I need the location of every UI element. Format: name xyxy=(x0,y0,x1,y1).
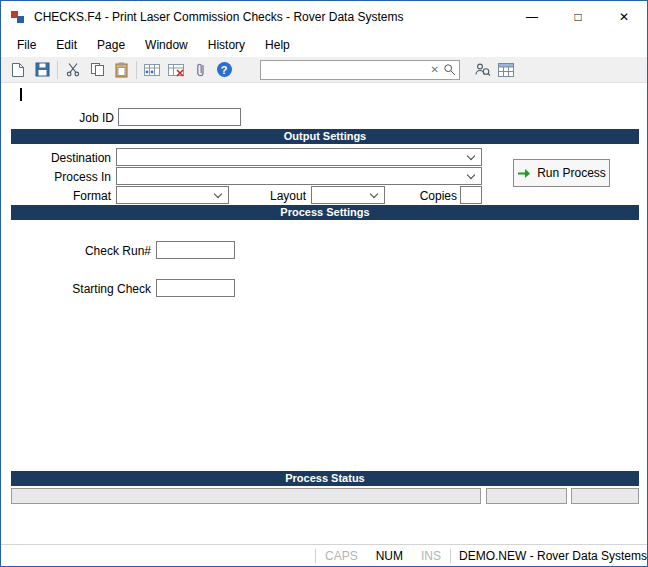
caps-lock-indicator: CAPS xyxy=(316,549,367,563)
menu-window[interactable]: Window xyxy=(135,34,198,56)
process-status-field-2 xyxy=(486,488,567,504)
new-document-button[interactable] xyxy=(6,59,30,81)
check-run-input[interactable] xyxy=(156,241,235,259)
help-icon: ? xyxy=(217,62,232,77)
run-process-label: Run Process xyxy=(537,166,606,180)
app-icon-blue-square xyxy=(17,16,24,23)
paste-icon xyxy=(114,62,129,78)
attachment-button[interactable] xyxy=(188,59,212,81)
paste-button[interactable] xyxy=(109,59,133,81)
menu-file[interactable]: File xyxy=(7,34,46,56)
menu-history[interactable]: History xyxy=(198,34,255,56)
form-area: Job ID Output Settings Destination Proce… xyxy=(1,83,647,544)
save-icon xyxy=(35,62,50,77)
layout-select[interactable] xyxy=(311,186,385,204)
copy-icon xyxy=(90,62,105,77)
process-in-label: Process In xyxy=(1,170,111,184)
process-status-field-main xyxy=(11,488,481,504)
maximize-button[interactable]: □ xyxy=(555,1,601,33)
menu-page[interactable]: Page xyxy=(87,34,135,56)
menu-edit[interactable]: Edit xyxy=(46,34,87,56)
new-document-icon xyxy=(11,62,25,78)
menu-bar: File Edit Page Window History Help xyxy=(1,33,647,57)
copies-input[interactable] xyxy=(460,186,482,204)
cut-icon xyxy=(66,62,80,77)
chevron-down-icon xyxy=(467,151,475,159)
process-status-field-3 xyxy=(571,488,639,504)
attachment-icon xyxy=(196,62,205,78)
toolbar-search-box: ✕ xyxy=(260,60,460,80)
format-label: Format xyxy=(1,189,111,203)
check-run-label: Check Run# xyxy=(1,244,151,258)
format-select[interactable] xyxy=(116,186,229,204)
app-window: CHECKS.F4 - Print Laser Commission Check… xyxy=(0,0,648,567)
copies-label: Copies xyxy=(391,189,457,203)
chevron-down-icon xyxy=(214,189,222,197)
insert-mode-indicator: INS xyxy=(412,549,450,563)
num-lock-indicator: NUM xyxy=(367,549,412,563)
starting-check-label: Starting Check xyxy=(1,282,151,296)
title-bar: CHECKS.F4 - Print Laser Commission Check… xyxy=(1,1,647,33)
process-status-header: Process Status xyxy=(11,471,639,486)
copy-button[interactable] xyxy=(85,59,109,81)
table-icon xyxy=(498,63,514,77)
table-view-button[interactable] xyxy=(494,59,518,81)
menu-help[interactable]: Help xyxy=(255,34,300,56)
destination-label: Destination xyxy=(1,151,111,165)
text-caret xyxy=(20,88,22,101)
job-id-label: Job ID xyxy=(1,111,114,125)
grid-delete-icon xyxy=(168,63,184,77)
status-bar: CAPS NUM INS DEMO.NEW - Rover Data Syste… xyxy=(1,544,647,566)
window-title: CHECKS.F4 - Print Laser Commission Check… xyxy=(34,10,403,24)
process-settings-header: Process Settings xyxy=(11,205,639,220)
minimize-button[interactable]: — xyxy=(509,1,555,33)
user-search-icon xyxy=(474,62,491,77)
starting-check-input[interactable] xyxy=(156,279,235,297)
grid-insert-button[interactable] xyxy=(140,59,164,81)
toolbar-separator xyxy=(57,61,58,79)
run-process-button[interactable]: Run Process xyxy=(513,159,610,187)
search-input[interactable] xyxy=(261,62,427,78)
output-settings-header: Output Settings xyxy=(11,129,639,144)
app-icon xyxy=(10,9,26,25)
user-search-button[interactable] xyxy=(470,59,494,81)
toolbar-separator xyxy=(136,61,137,79)
process-in-select[interactable] xyxy=(116,167,482,185)
window-controls: — □ ✕ xyxy=(509,1,647,33)
search-icon[interactable] xyxy=(443,63,459,76)
toolbar: ? ✕ xyxy=(1,57,647,83)
close-button[interactable]: ✕ xyxy=(601,1,647,33)
job-id-input[interactable] xyxy=(118,108,241,126)
grid-insert-icon xyxy=(144,63,160,77)
chevron-down-icon xyxy=(370,189,378,197)
help-button[interactable]: ? xyxy=(212,59,236,81)
status-bar-message: DEMO.NEW - Rover Data Systems xyxy=(451,549,647,563)
cut-button[interactable] xyxy=(61,59,85,81)
grid-delete-button[interactable] xyxy=(164,59,188,81)
save-button[interactable] xyxy=(30,59,54,81)
search-clear-icon[interactable]: ✕ xyxy=(427,64,443,75)
chevron-down-icon xyxy=(467,170,475,178)
layout-label: Layout xyxy=(241,189,306,203)
destination-select[interactable] xyxy=(116,148,482,166)
run-process-arrow-icon xyxy=(517,168,531,179)
